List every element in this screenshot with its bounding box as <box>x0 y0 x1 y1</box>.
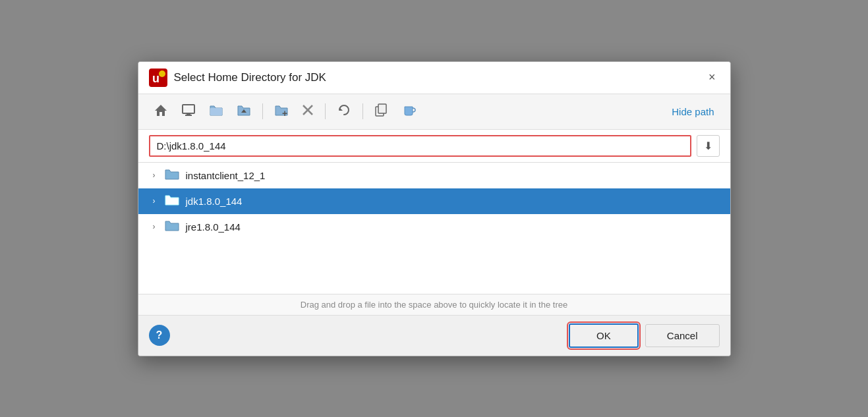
refresh-icon <box>337 103 351 121</box>
tree-item-jdk[interactable]: › jdk1.8.0_144 <box>138 188 730 214</box>
svg-point-2 <box>159 70 165 77</box>
svg-rect-4 <box>183 105 194 113</box>
folder-icon <box>165 168 179 183</box>
folder-up-icon <box>237 103 251 120</box>
delete-icon <box>302 104 314 119</box>
separator-3 <box>362 103 363 119</box>
file-tree[interactable]: › instantclient_12_1 › jdk1.8.0_144 › jr… <box>138 163 730 294</box>
tree-item-label: jdk1.8.0_144 <box>186 196 243 207</box>
coffee-icon <box>402 103 417 121</box>
delete-button[interactable] <box>297 101 318 123</box>
toolbar: + Hide path <box>138 94 730 130</box>
chevron-icon: › <box>149 222 159 231</box>
select-directory-dialog: u Select Home Directory for JDK × <box>138 61 731 356</box>
svg-rect-5 <box>187 113 190 115</box>
separator-1 <box>262 103 263 119</box>
dialog-title: Select Home Directory for JDK <box>174 71 705 84</box>
chevron-icon: › <box>149 196 159 206</box>
copy-button[interactable] <box>370 99 393 124</box>
dialog-footer: ? OK Cancel <box>138 316 730 356</box>
svg-text:+: + <box>282 108 287 117</box>
folder-icon <box>209 103 223 120</box>
svg-rect-6 <box>185 115 192 116</box>
svg-marker-12 <box>339 107 343 111</box>
monitor-icon <box>181 103 196 121</box>
download-icon: ⬇ <box>704 140 712 152</box>
close-button[interactable]: × <box>705 69 720 86</box>
home-icon <box>154 103 168 121</box>
help-button[interactable]: ? <box>149 325 170 346</box>
path-input[interactable] <box>149 135 691 157</box>
drag-hint: Drag and drop a file into the space abov… <box>138 294 730 316</box>
svg-marker-3 <box>155 105 167 116</box>
coffee-button[interactable] <box>397 99 421 124</box>
refresh-button[interactable] <box>332 99 356 124</box>
cancel-button[interactable]: Cancel <box>645 324 720 347</box>
tree-item-jre[interactable]: › jre1.8.0_144 <box>138 214 730 240</box>
folder-icon <box>165 219 179 235</box>
new-folder-icon: + <box>274 103 289 120</box>
chevron-icon: › <box>149 171 159 180</box>
svg-rect-14 <box>378 104 386 113</box>
folder-button[interactable] <box>204 100 228 123</box>
home-button[interactable] <box>149 99 173 124</box>
separator-2 <box>325 103 326 119</box>
path-download-button[interactable]: ⬇ <box>697 135 720 157</box>
svg-text:u: u <box>152 72 159 85</box>
ok-button[interactable]: OK <box>569 323 639 348</box>
title-bar: u Select Home Directory for JDK × <box>138 62 730 94</box>
tree-item-label: jre1.8.0_144 <box>186 221 241 233</box>
hide-path-button[interactable]: Hide path <box>666 103 719 121</box>
desktop-button[interactable] <box>177 99 200 124</box>
folder-icon <box>165 194 179 209</box>
copy-icon <box>374 103 389 121</box>
tree-item-label: instantclient_12_1 <box>186 170 266 181</box>
folder-open-button[interactable] <box>232 100 256 123</box>
new-folder-button[interactable]: + <box>270 100 293 123</box>
tree-item-instantclient[interactable]: › instantclient_12_1 <box>138 163 730 188</box>
app-icon: u <box>149 69 167 87</box>
path-row: ⬇ <box>138 130 730 163</box>
svg-rect-7 <box>210 108 222 115</box>
